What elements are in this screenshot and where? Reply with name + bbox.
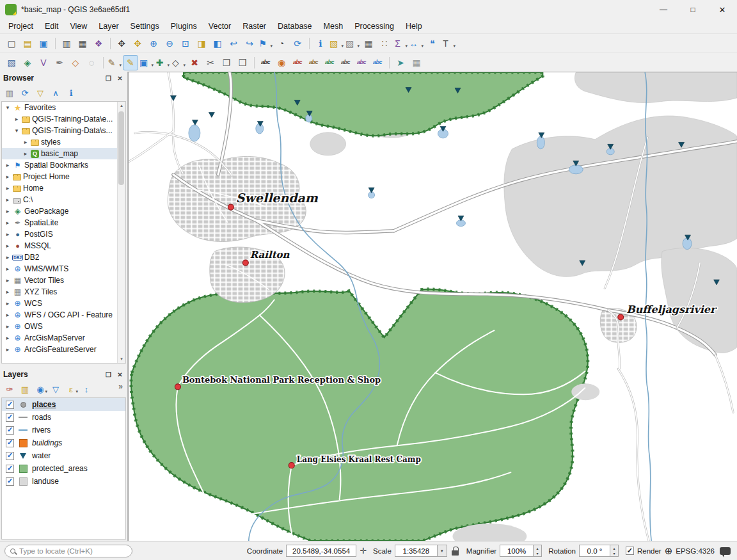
properties-widget-icon[interactable]: ℹ [65, 86, 77, 99]
copy-features-icon[interactable]: ❐ [219, 55, 234, 70]
browser-tree-item[interactable]: ▸ QGIS-Training-Data\e... [2, 113, 125, 125]
menu-item[interactable]: View [64, 20, 93, 32]
spin-up-icon[interactable]: ▴ [534, 545, 541, 551]
epsg-badge[interactable]: EPSG:4326 [676, 547, 715, 555]
expander-icon[interactable]: ▸ [4, 220, 11, 226]
browser-tree-item[interactable]: ▸ Spatial Bookmarks [2, 159, 125, 171]
cut-features-icon[interactable]: ✂ [203, 55, 218, 70]
layer-visibility-checkbox[interactable] [6, 452, 14, 460]
browser-tree-item[interactable]: ▸ MSSQL [2, 240, 125, 252]
close-panel-icon[interactable]: ✕ [116, 75, 124, 82]
statistical-summary-icon[interactable]: Σ [393, 36, 408, 51]
pin-labels-icon[interactable]: abc [306, 55, 321, 70]
collapse-all-icon[interactable]: ∧ [49, 86, 62, 99]
rotation-input[interactable]: 0.0 ° [579, 545, 610, 557]
osm-search-icon[interactable]: ➤ [393, 55, 408, 70]
menu-item[interactable]: Vector [203, 20, 237, 32]
magnifier-input[interactable]: 100% [500, 545, 533, 557]
browser-tree-item[interactable]: ▸ WMS/WMTS [2, 263, 125, 275]
zoom-in-icon[interactable]: ⊕ [146, 36, 161, 51]
filter-legend-icon[interactable]: ▽ [49, 383, 62, 396]
expander-icon[interactable]: ▸ [4, 323, 11, 330]
expander-icon[interactable]: ▸ [22, 150, 29, 157]
add-selected-layers-icon[interactable]: ▥ [3, 86, 16, 99]
expander-icon[interactable]: ▸ [4, 312, 11, 318]
browser-tree-item[interactable]: ▸ basic_map [2, 148, 125, 159]
expander-icon[interactable]: ▸ [4, 277, 11, 284]
browser-tree-item[interactable]: ▸ Project Home [2, 171, 125, 182]
zoom-to-layer-icon[interactable]: ◧ [210, 36, 225, 51]
browser-tree-item[interactable]: ▸ SpatiaLite [2, 217, 125, 228]
menu-item[interactable]: Database [272, 20, 318, 32]
menu-item[interactable]: Mesh [318, 20, 349, 32]
zoom-next-icon[interactable]: ↪ [242, 36, 257, 51]
expander-icon[interactable]: ▸ [4, 266, 11, 272]
measure-icon[interactable]: ↔ [409, 36, 424, 51]
spin-down-icon[interactable]: ▾ [534, 551, 541, 557]
new-virtual-layer-icon[interactable]: V [36, 55, 51, 70]
new-shapefile-layer-icon[interactable]: ◇ [68, 55, 83, 70]
menu-item[interactable]: Plugins [165, 20, 203, 32]
layer-item[interactable]: protected_areas [2, 462, 125, 475]
menu-item[interactable]: Processing [349, 20, 400, 32]
zoom-last-icon[interactable]: ↩ [226, 36, 241, 51]
menu-item[interactable]: Help [400, 20, 428, 32]
pan-to-selection-icon[interactable]: ✥ [130, 36, 145, 51]
expander-icon[interactable]: ▸ [4, 185, 11, 191]
open-attribute-table-icon[interactable]: ▦ [361, 36, 376, 51]
save-project-icon[interactable]: ▣ [36, 36, 51, 51]
new-project-icon[interactable]: ▢ [4, 36, 19, 51]
menu-item[interactable]: Settings [125, 20, 165, 32]
vertex-tool-icon[interactable]: ◇ [171, 55, 186, 70]
expander-icon[interactable]: ▸ [4, 300, 11, 307]
expander-icon[interactable]: ▸ [22, 139, 29, 145]
layer-visibility-checkbox[interactable] [6, 477, 14, 486]
highlight-labels-icon[interactable]: abc [290, 55, 305, 70]
expander-icon[interactable]: ▸ [13, 116, 20, 122]
expander-icon[interactable]: ▸ [4, 254, 11, 260]
refresh-map-icon[interactable]: ⟳ [290, 36, 305, 51]
scroll-down-icon[interactable]: ▾ [120, 356, 123, 362]
filter-expression-icon[interactable]: ε [65, 383, 77, 396]
expander-icon[interactable]: ▾ [4, 104, 11, 111]
browser-tree-item[interactable]: ▸ OWS [2, 321, 125, 332]
save-edits-icon[interactable]: ▣ [139, 55, 154, 70]
grid-icon[interactable]: ▦ [409, 55, 424, 70]
style-manager-icon[interactable]: ❖ [91, 36, 106, 51]
browser-tree-item[interactable]: ▸ GeoPackage [2, 205, 125, 217]
refresh-icon[interactable]: ⟳ [19, 86, 31, 99]
layer-item[interactable]: water [2, 449, 125, 462]
select-features-icon[interactable]: ▧ [329, 36, 344, 51]
temporal-controller-icon[interactable]: ◔ [274, 36, 289, 51]
maximize-button[interactable]: □ [678, 0, 708, 19]
browser-tree-item[interactable]: ▸ ArcGisFeatureServer [2, 344, 125, 355]
scrollbar-thumb[interactable] [118, 111, 124, 185]
layer-diagram-icon[interactable]: ◉ [274, 55, 289, 70]
change-label-icon[interactable]: abc [370, 55, 385, 70]
browser-tree-item[interactable]: ▸ DB2 [2, 252, 125, 263]
browser-tree-item[interactable]: ▸ PostGIS [2, 228, 125, 240]
layer-visibility-checkbox[interactable] [6, 413, 14, 422]
delete-selected-icon[interactable]: ✖ [187, 55, 202, 70]
expander-icon[interactable]: ▸ [4, 346, 11, 353]
menu-item[interactable]: Raster [237, 20, 272, 32]
browser-tree-item[interactable]: ▸ XYZ Tiles [2, 286, 125, 298]
float-panel-icon[interactable]: ❐ [104, 75, 113, 82]
identify-features-icon[interactable]: ℹ [313, 36, 328, 51]
move-label-icon[interactable]: abc [338, 55, 353, 70]
layer-visibility-checkbox[interactable] [6, 426, 14, 435]
filter-browser-icon[interactable]: ▽ [34, 86, 47, 99]
browser-tree-item[interactable]: ▸ Home [2, 182, 125, 194]
deselect-features-icon[interactable]: ▨ [345, 36, 360, 51]
layer-item[interactable]: places [2, 398, 125, 411]
paste-features-icon[interactable]: ❒ [235, 55, 250, 70]
expand-collapse-icon[interactable]: ↕ [80, 383, 93, 396]
browser-tree-item[interactable]: ▸ C:\ [2, 194, 125, 205]
current-edits-icon[interactable]: ✎ [107, 55, 122, 70]
zoom-to-selection-icon[interactable]: ◨ [194, 36, 209, 51]
lock-scale-icon[interactable] [452, 547, 459, 556]
browser-tree-item[interactable]: ▾ Favorites [2, 102, 125, 113]
scroll-up-icon[interactable]: ▴ [120, 103, 123, 108]
show-hide-labels-icon[interactable]: abc [322, 55, 337, 70]
close-panel-icon[interactable]: ✕ [116, 371, 124, 378]
